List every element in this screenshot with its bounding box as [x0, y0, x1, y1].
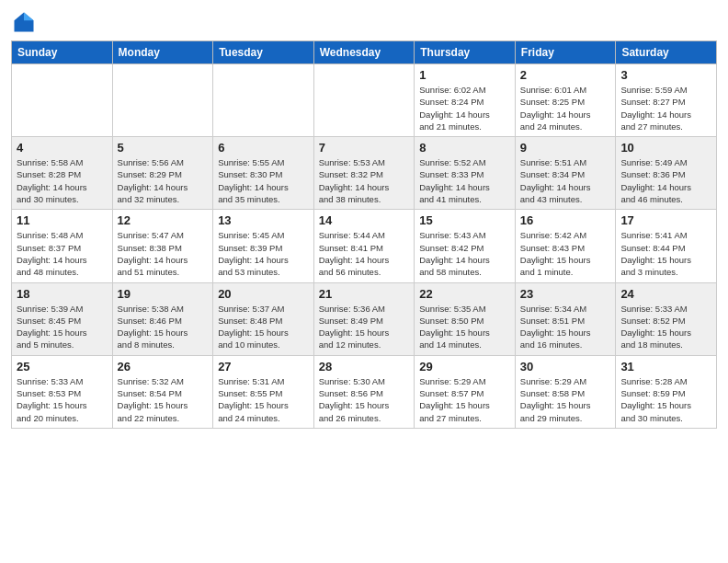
- day-info: Sunrise: 6:01 AM Sunset: 8:25 PM Dayligh…: [520, 84, 611, 132]
- calendar-cell: 16Sunrise: 5:42 AM Sunset: 8:43 PM Dayli…: [515, 210, 616, 282]
- weekday-header-tuesday: Tuesday: [213, 41, 314, 64]
- day-info: Sunrise: 5:33 AM Sunset: 8:53 PM Dayligh…: [17, 375, 108, 424]
- day-info: Sunrise: 5:35 AM Sunset: 8:50 PM Dayligh…: [419, 303, 510, 351]
- calendar-cell: 4Sunrise: 5:58 AM Sunset: 8:28 PM Daylig…: [12, 137, 113, 210]
- calendar-cell: 15Sunrise: 5:43 AM Sunset: 8:42 PM Dayli…: [415, 210, 516, 282]
- calendar-cell: 27Sunrise: 5:31 AM Sunset: 8:55 PM Dayli…: [213, 355, 314, 428]
- calendar-cell: 29Sunrise: 5:29 AM Sunset: 8:57 PM Dayli…: [415, 355, 516, 428]
- day-number: 22: [419, 287, 510, 301]
- calendar-cell: 17Sunrise: 5:41 AM Sunset: 8:44 PM Dayli…: [616, 210, 717, 282]
- day-info: Sunrise: 5:53 AM Sunset: 8:32 PM Dayligh…: [319, 156, 410, 205]
- day-info: Sunrise: 5:56 AM Sunset: 8:29 PM Dayligh…: [118, 156, 209, 205]
- calendar-cell: 9Sunrise: 5:51 AM Sunset: 8:34 PM Daylig…: [515, 137, 616, 210]
- logo-icon: [11, 9, 37, 35]
- day-info: Sunrise: 5:30 AM Sunset: 8:56 PM Dayligh…: [319, 375, 410, 424]
- calendar-cell: [112, 64, 213, 137]
- calendar-week-row: 4Sunrise: 5:58 AM Sunset: 8:28 PM Daylig…: [12, 137, 717, 210]
- calendar-cell: 3Sunrise: 5:59 AM Sunset: 8:27 PM Daylig…: [616, 64, 717, 137]
- day-number: 7: [319, 141, 410, 155]
- day-number: 18: [17, 287, 108, 301]
- calendar-cell: 6Sunrise: 5:55 AM Sunset: 8:30 PM Daylig…: [213, 137, 314, 210]
- day-info: Sunrise: 5:41 AM Sunset: 8:44 PM Dayligh…: [620, 229, 711, 278]
- calendar-week-row: 18Sunrise: 5:39 AM Sunset: 8:45 PM Dayli…: [12, 282, 717, 355]
- day-number: 11: [17, 213, 108, 227]
- weekday-header-sunday: Sunday: [12, 41, 113, 64]
- day-number: 26: [118, 360, 209, 373]
- calendar-cell: 2Sunrise: 6:01 AM Sunset: 8:25 PM Daylig…: [515, 64, 616, 137]
- day-number: 3: [620, 68, 711, 82]
- weekday-header-row: SundayMondayTuesdayWednesdayThursdayFrid…: [12, 41, 717, 64]
- calendar-cell: 8Sunrise: 5:52 AM Sunset: 8:33 PM Daylig…: [415, 137, 516, 210]
- logo: [11, 9, 40, 35]
- calendar-cell: 28Sunrise: 5:30 AM Sunset: 8:56 PM Dayli…: [313, 355, 415, 428]
- day-info: Sunrise: 5:29 AM Sunset: 8:57 PM Dayligh…: [419, 375, 510, 424]
- day-info: Sunrise: 5:32 AM Sunset: 8:54 PM Dayligh…: [118, 375, 209, 424]
- page: SundayMondayTuesdayWednesdayThursdayFrid…: [0, 0, 728, 563]
- calendar-cell: 13Sunrise: 5:45 AM Sunset: 8:39 PM Dayli…: [213, 210, 314, 282]
- calendar-cell: 23Sunrise: 5:34 AM Sunset: 8:51 PM Dayli…: [515, 282, 616, 355]
- day-number: 23: [520, 287, 611, 301]
- day-info: Sunrise: 5:33 AM Sunset: 8:52 PM Dayligh…: [620, 303, 711, 351]
- calendar-cell: 1Sunrise: 6:02 AM Sunset: 8:24 PM Daylig…: [415, 64, 516, 137]
- day-number: 31: [620, 360, 711, 373]
- day-number: 28: [319, 360, 410, 373]
- day-number: 15: [419, 213, 510, 227]
- day-number: 21: [319, 287, 410, 301]
- day-info: Sunrise: 5:43 AM Sunset: 8:42 PM Dayligh…: [419, 229, 510, 278]
- day-number: 6: [218, 141, 309, 155]
- calendar-cell: 20Sunrise: 5:37 AM Sunset: 8:48 PM Dayli…: [213, 282, 314, 355]
- day-info: Sunrise: 5:39 AM Sunset: 8:45 PM Dayligh…: [17, 303, 108, 351]
- calendar-cell: 10Sunrise: 5:49 AM Sunset: 8:36 PM Dayli…: [616, 137, 717, 210]
- calendar-cell: 30Sunrise: 5:29 AM Sunset: 8:58 PM Dayli…: [515, 355, 616, 428]
- day-info: Sunrise: 5:31 AM Sunset: 8:55 PM Dayligh…: [218, 375, 309, 424]
- day-number: 12: [118, 213, 209, 227]
- day-number: 14: [319, 213, 410, 227]
- day-info: Sunrise: 5:52 AM Sunset: 8:33 PM Dayligh…: [419, 156, 510, 205]
- calendar-cell: 26Sunrise: 5:32 AM Sunset: 8:54 PM Dayli…: [112, 355, 213, 428]
- calendar-cell: 5Sunrise: 5:56 AM Sunset: 8:29 PM Daylig…: [112, 137, 213, 210]
- calendar-cell: 24Sunrise: 5:33 AM Sunset: 8:52 PM Dayli…: [616, 282, 717, 355]
- day-number: 20: [218, 287, 309, 301]
- weekday-header-wednesday: Wednesday: [313, 41, 415, 64]
- calendar-cell: 22Sunrise: 5:35 AM Sunset: 8:50 PM Dayli…: [415, 282, 516, 355]
- day-number: 17: [620, 213, 711, 227]
- day-info: Sunrise: 5:49 AM Sunset: 8:36 PM Dayligh…: [620, 156, 711, 205]
- day-number: 25: [17, 360, 108, 373]
- day-number: 19: [118, 287, 209, 301]
- weekday-header-thursday: Thursday: [415, 41, 516, 64]
- day-info: Sunrise: 5:42 AM Sunset: 8:43 PM Dayligh…: [520, 229, 611, 278]
- calendar-week-row: 11Sunrise: 5:48 AM Sunset: 8:37 PM Dayli…: [12, 210, 717, 282]
- calendar-cell: [213, 64, 314, 137]
- day-number: 2: [520, 68, 611, 82]
- day-info: Sunrise: 5:51 AM Sunset: 8:34 PM Dayligh…: [520, 156, 611, 205]
- day-info: Sunrise: 6:02 AM Sunset: 8:24 PM Dayligh…: [419, 84, 510, 132]
- day-info: Sunrise: 5:28 AM Sunset: 8:59 PM Dayligh…: [620, 375, 711, 424]
- day-number: 8: [419, 141, 510, 155]
- day-info: Sunrise: 5:34 AM Sunset: 8:51 PM Dayligh…: [520, 303, 611, 351]
- weekday-header-monday: Monday: [112, 41, 213, 64]
- day-info: Sunrise: 5:37 AM Sunset: 8:48 PM Dayligh…: [218, 303, 309, 351]
- day-info: Sunrise: 5:48 AM Sunset: 8:37 PM Dayligh…: [17, 229, 108, 278]
- day-info: Sunrise: 5:47 AM Sunset: 8:38 PM Dayligh…: [118, 229, 209, 278]
- day-number: 27: [218, 360, 309, 373]
- day-number: 13: [218, 213, 309, 227]
- day-number: 9: [520, 141, 611, 155]
- calendar-cell: 11Sunrise: 5:48 AM Sunset: 8:37 PM Dayli…: [12, 210, 113, 282]
- calendar-cell: 14Sunrise: 5:44 AM Sunset: 8:41 PM Dayli…: [313, 210, 415, 282]
- calendar-table: SundayMondayTuesdayWednesdayThursdayFrid…: [11, 40, 717, 429]
- day-number: 29: [419, 360, 510, 373]
- day-info: Sunrise: 5:59 AM Sunset: 8:27 PM Dayligh…: [620, 84, 711, 132]
- calendar-cell: [313, 64, 415, 137]
- calendar-cell: 7Sunrise: 5:53 AM Sunset: 8:32 PM Daylig…: [313, 137, 415, 210]
- day-number: 16: [520, 213, 611, 227]
- header: [11, 9, 717, 35]
- day-info: Sunrise: 5:58 AM Sunset: 8:28 PM Dayligh…: [17, 156, 108, 205]
- calendar-cell: 25Sunrise: 5:33 AM Sunset: 8:53 PM Dayli…: [12, 355, 113, 428]
- day-number: 4: [17, 141, 108, 155]
- calendar-cell: 18Sunrise: 5:39 AM Sunset: 8:45 PM Dayli…: [12, 282, 113, 355]
- day-number: 1: [419, 68, 510, 82]
- calendar-cell: 31Sunrise: 5:28 AM Sunset: 8:59 PM Dayli…: [616, 355, 717, 428]
- calendar-cell: 12Sunrise: 5:47 AM Sunset: 8:38 PM Dayli…: [112, 210, 213, 282]
- day-info: Sunrise: 5:29 AM Sunset: 8:58 PM Dayligh…: [520, 375, 611, 424]
- day-number: 24: [620, 287, 711, 301]
